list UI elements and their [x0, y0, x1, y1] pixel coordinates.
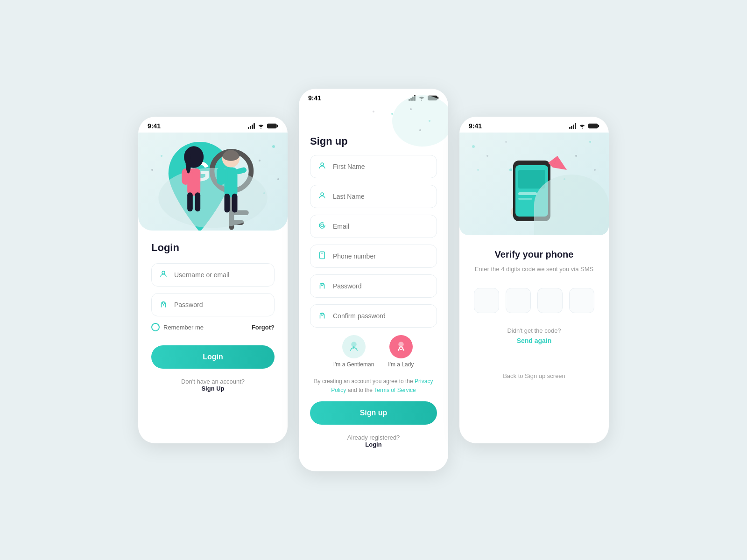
login-link[interactable]: Login	[365, 441, 381, 448]
screens-container: 9:41	[120, 70, 627, 490]
already-registered-text: Already registered?	[347, 434, 400, 441]
svg-point-37	[429, 120, 430, 122]
svg-rect-18	[187, 192, 193, 211]
svg-rect-0	[267, 124, 277, 128]
svg-rect-1	[277, 125, 278, 127]
svg-rect-51	[588, 124, 598, 128]
password-icon-2	[318, 281, 327, 291]
svg-point-47	[352, 342, 356, 347]
code-box-4[interactable]	[569, 288, 594, 313]
svg-point-57	[477, 169, 479, 171]
confirm-password-icon	[318, 311, 327, 321]
lastname-input[interactable]	[333, 193, 429, 200]
wifi-icon-1	[257, 123, 265, 129]
svg-point-38	[419, 129, 421, 131]
email-field-container	[310, 215, 437, 238]
battery-icon-1	[267, 123, 278, 129]
status-icons-3	[569, 123, 599, 129]
no-account-text: Don't have an account?	[181, 378, 245, 385]
signup-dots	[299, 105, 448, 142]
verify-screen: 9:41	[459, 117, 609, 443]
login-figures	[138, 133, 288, 231]
signup-screen: 9:41	[299, 89, 448, 471]
lastname-field-container	[310, 185, 437, 208]
code-box-1[interactable]	[474, 288, 499, 313]
login-screen: 9:41	[138, 117, 288, 443]
login-prompt: Already registered? Login	[310, 434, 437, 448]
password-icon-1	[159, 300, 169, 310]
no-code-text: Didn't get the code?	[472, 327, 596, 334]
login-content: Login Re	[138, 231, 288, 392]
svg-point-54	[486, 155, 488, 157]
remember-me-label: Remember me	[163, 324, 204, 331]
svg-point-45	[321, 283, 324, 286]
svg-point-58	[594, 169, 596, 171]
signal-icon-1	[248, 123, 255, 129]
code-box-2[interactable]	[506, 288, 531, 313]
gentleman-figure	[348, 341, 360, 353]
svg-point-42	[321, 224, 324, 227]
svg-rect-27	[232, 194, 238, 213]
svg-point-21	[186, 152, 191, 174]
login-options: Remember me Forgot?	[151, 323, 275, 331]
status-bar-1: 9:41	[138, 117, 288, 133]
forgot-link[interactable]: Forgot?	[252, 324, 275, 331]
svg-point-30	[162, 271, 165, 274]
svg-rect-26	[225, 194, 230, 213]
code-box-3[interactable]	[537, 288, 563, 313]
time-1: 9:41	[148, 122, 161, 130]
password-field-container-1	[151, 293, 275, 316]
status-bar-3: 9:41	[459, 117, 609, 133]
firstname-input[interactable]	[333, 163, 429, 170]
password-field-container-2	[310, 274, 437, 298]
signal-icon-3	[569, 123, 576, 129]
signup-link[interactable]: Sign Up	[201, 385, 224, 392]
signup-button[interactable]: Sign up	[310, 401, 437, 425]
remember-checkbox[interactable]	[151, 323, 160, 331]
svg-point-59	[505, 141, 507, 143]
login-button[interactable]: Login	[151, 345, 275, 369]
code-inputs	[472, 288, 596, 313]
svg-point-55	[589, 141, 591, 143]
back-to-signup-link[interactable]: Back to Sign up screen	[472, 372, 596, 379]
status-icons-1	[248, 123, 278, 129]
gender-selection: I'm a Gentleman I'm a Lady	[310, 335, 437, 368]
svg-point-46	[321, 313, 324, 315]
verify-subtitle: Enter the 4 digits code we sent you via …	[472, 265, 596, 274]
verify-illustration	[459, 133, 609, 235]
svg-point-28	[222, 150, 240, 161]
email-input[interactable]	[333, 223, 429, 230]
gentleman-label: I'm a Gentleman	[333, 361, 374, 368]
email-icon	[318, 221, 327, 231]
signup-prompt: Don't have an account? Sign Up	[151, 378, 275, 392]
lady-figure	[395, 341, 407, 353]
svg-rect-52	[598, 125, 599, 127]
svg-point-41	[321, 193, 324, 196]
remember-me-row[interactable]: Remember me	[151, 323, 204, 331]
firstname-field-container	[310, 155, 437, 178]
password-input-2[interactable]	[333, 282, 429, 290]
username-input[interactable]	[174, 271, 267, 279]
phone-input[interactable]	[333, 252, 429, 260]
gentleman-option[interactable]: I'm a Gentleman	[333, 335, 374, 368]
verify-content: Verify your phone Enter the 4 digits cod…	[459, 235, 609, 379]
lady-option[interactable]: I'm a Lady	[388, 335, 414, 368]
svg-point-36	[410, 108, 412, 110]
svg-point-39	[373, 111, 374, 112]
signup-content: Sign up	[299, 128, 448, 448]
terms-text: By creating an account you agree to the …	[310, 377, 437, 395]
password-input-1[interactable]	[174, 301, 267, 308]
gentleman-icon-circle	[342, 335, 366, 358]
lady-label: I'm a Lady	[388, 361, 414, 368]
svg-point-35	[391, 113, 393, 115]
username-field-container	[151, 263, 275, 287]
svg-point-53	[472, 145, 475, 148]
send-again-link[interactable]: Send again	[472, 337, 596, 344]
verify-dots	[459, 133, 609, 235]
svg-rect-19	[195, 192, 201, 211]
signup-top-decor	[299, 105, 448, 128]
svg-point-40	[321, 163, 324, 166]
terms-link[interactable]: Terms of Service	[374, 387, 416, 393]
confirm-password-input[interactable]	[333, 312, 429, 320]
login-title: Login	[151, 242, 275, 254]
